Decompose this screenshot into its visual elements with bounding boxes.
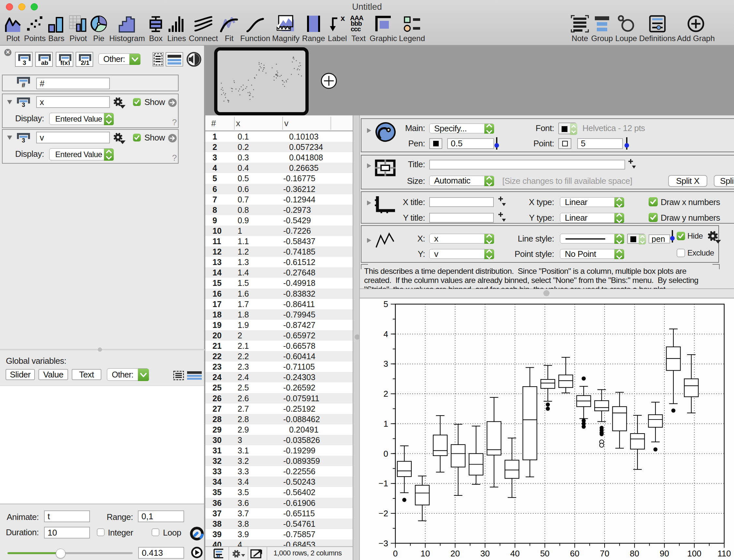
svg-text:ab: ab: [41, 59, 48, 65]
svg-text:3: 3: [22, 137, 25, 143]
svg-text:40: 40: [510, 549, 520, 558]
svg-text:100: 100: [687, 549, 701, 558]
svg-text:f(x): f(x): [60, 59, 70, 65]
svg-text:50: 50: [540, 549, 550, 558]
svg-text:110: 110: [717, 549, 731, 558]
svg-text:20: 20: [450, 549, 460, 558]
svg-text:90: 90: [660, 549, 669, 558]
svg-text:0: 0: [384, 449, 388, 459]
svg-text:70: 70: [600, 549, 609, 558]
svg-text:0: 0: [393, 549, 398, 558]
svg-text:#: #: [22, 81, 25, 88]
svg-text:5: 5: [384, 299, 388, 309]
svg-text:3: 3: [23, 59, 26, 65]
svg-text:1: 1: [384, 419, 388, 429]
svg-text:3: 3: [384, 359, 388, 369]
svg-text:2/1: 2/1: [81, 59, 90, 65]
svg-text:80: 80: [630, 549, 639, 558]
svg-text:3: 3: [22, 102, 25, 107]
svg-text:ccc: ccc: [351, 25, 361, 33]
svg-text:10: 10: [420, 549, 430, 558]
svg-text:60: 60: [570, 549, 580, 558]
svg-text:−1: −1: [378, 479, 388, 488]
svg-text:4: 4: [384, 329, 388, 339]
svg-text:2: 2: [384, 389, 388, 399]
svg-text:30: 30: [480, 549, 490, 558]
svg-text:−2: −2: [378, 508, 388, 518]
svg-text:−3: −3: [378, 538, 388, 548]
